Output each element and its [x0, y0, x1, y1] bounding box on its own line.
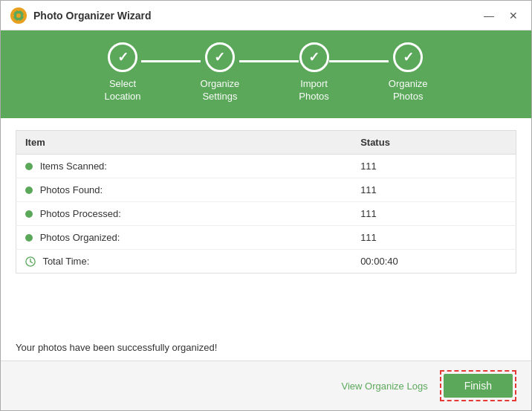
row-item-1: Items Scanned:: [16, 154, 352, 178]
table-row: Total Time: 00:00:40: [16, 249, 516, 274]
main-content: Item Status Items Scanned: 111: [1, 118, 531, 360]
titlebar: Photo Organizer Wizard — ✕: [1, 1, 531, 30]
app-icon: [10, 7, 27, 25]
row-value-1: 111: [351, 154, 516, 178]
window-controls: — ✕: [479, 9, 522, 22]
col-header-status: Status: [351, 130, 516, 154]
table-row: Photos Processed: 111: [16, 201, 516, 225]
step-select-location: ✓ SelectLocation: [104, 42, 140, 103]
status-dot-icon: [25, 210, 33, 218]
results-table: Item Status Items Scanned: 111: [16, 130, 516, 274]
clock-icon: [25, 256, 36, 267]
row-value-2: 111: [351, 178, 516, 201]
svg-rect-5: [18, 8, 19, 11]
svg-line-9: [30, 262, 33, 263]
row-item-3: Photos Processed:: [16, 201, 352, 225]
step-label-2: OrganizeSettings: [201, 78, 240, 103]
step-connector-3: [329, 60, 389, 62]
step-connector-1: [141, 60, 201, 62]
step-circle-1: ✓: [108, 42, 137, 72]
progress-header: ✓ SelectLocation ✓ OrganizeSettings ✓ Im…: [1, 30, 531, 118]
row-value-5: 00:00:40: [351, 249, 516, 274]
row-item-4: Photos Organized:: [16, 225, 352, 249]
step-circle-2: ✓: [205, 42, 235, 72]
step-label-1: SelectLocation: [104, 78, 140, 103]
finish-btn-wrapper: Finish: [440, 370, 516, 401]
footer: View Organize Logs Finish: [1, 360, 531, 410]
view-logs-link[interactable]: View Organize Logs: [342, 381, 428, 392]
row-item-2: Photos Found:: [16, 178, 352, 201]
step-connector-2: [239, 60, 299, 62]
status-dot-icon: [25, 187, 33, 194]
minimize-button[interactable]: —: [479, 9, 499, 22]
table-row: Items Scanned: 111: [16, 154, 516, 178]
step-organize-photos: ✓ OrganizePhotos: [389, 42, 428, 103]
row-value-4: 111: [351, 225, 516, 249]
svg-point-2: [16, 13, 21, 18]
row-item-5: Total Time:: [16, 249, 352, 274]
svg-rect-6: [18, 20, 19, 23]
steps-container: ✓ SelectLocation ✓ OrganizeSettings ✓ Im…: [104, 42, 427, 103]
svg-rect-3: [11, 15, 14, 16]
step-organize-settings: ✓ OrganizeSettings: [201, 42, 240, 103]
table-row: Photos Found: 111: [16, 178, 516, 201]
step-circle-4: ✓: [393, 42, 423, 72]
status-dot-icon: [25, 163, 33, 170]
step-import-photos: ✓ ImportPhotos: [299, 42, 328, 103]
window-title: Photo Organizer Wizard: [33, 10, 479, 22]
app-window: Photo Organizer Wizard — ✕ ✓ SelectLocat…: [0, 0, 532, 411]
close-button[interactable]: ✕: [505, 9, 522, 22]
step-label-3: ImportPhotos: [299, 78, 328, 103]
table-area: Item Status Items Scanned: 111: [1, 118, 531, 334]
col-header-item: Item: [16, 130, 352, 154]
svg-rect-4: [23, 15, 26, 16]
success-message: Your photos have been successfully organ…: [1, 334, 531, 360]
row-value-3: 111: [351, 201, 516, 225]
table-row: Photos Organized: 111: [16, 225, 516, 249]
finish-button[interactable]: Finish: [444, 374, 513, 398]
status-dot-icon: [25, 234, 33, 242]
step-label-4: OrganizePhotos: [389, 78, 428, 103]
step-circle-3: ✓: [299, 42, 329, 72]
